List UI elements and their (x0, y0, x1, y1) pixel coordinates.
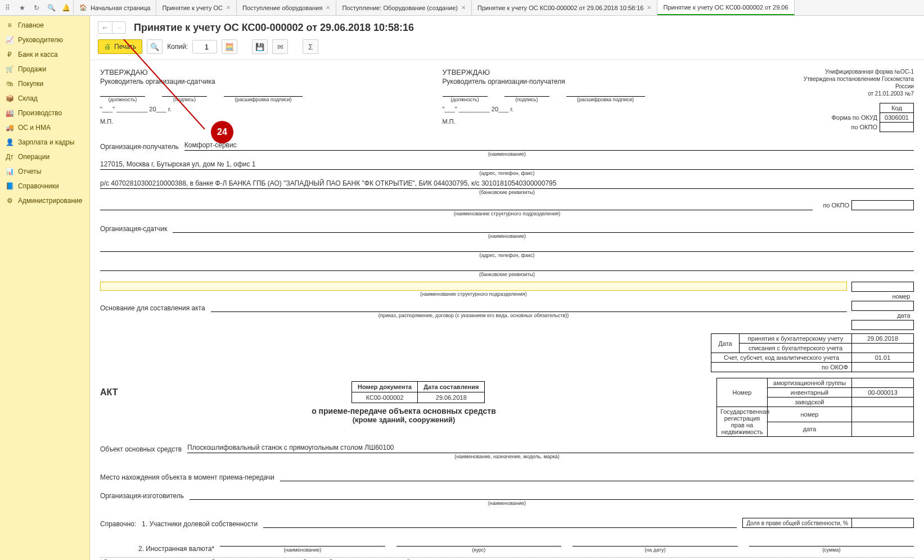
sidebar-label: Операции (18, 153, 49, 161)
sidebar-item-3[interactable]: 🛒Продажи (0, 62, 89, 76)
sidebar-icon: 🏭 (6, 109, 13, 117)
sidebar-icon: 📈 (6, 36, 13, 44)
sidebar-label: ОС и НМА (18, 124, 51, 132)
sidebar-item-11[interactable]: 📘Справочники (0, 179, 89, 193)
search-icon[interactable]: 🔍 (46, 3, 56, 13)
bell-icon[interactable]: 🔔 (61, 3, 71, 13)
sidebar-label: Зарплата и кадры (18, 138, 74, 146)
tab-2[interactable]: Поступление оборудования✕ (237, 0, 336, 15)
sum-button[interactable]: 🧮 (222, 39, 237, 54)
tab-4[interactable]: Принятие к учету ОС КС00-000002 от 29.06… (472, 0, 657, 15)
sidebar-item-4[interactable]: 🛍Покупки (0, 76, 89, 91)
star-icon[interactable]: ★ (17, 3, 27, 13)
sidebar-label: Покупки (18, 80, 43, 88)
sidebar-item-5[interactable]: 📦Склад (0, 91, 89, 106)
copies-input[interactable] (192, 40, 217, 53)
close-icon[interactable]: ✕ (647, 4, 651, 11)
approve-left-sub: Руководитель организации-сдатчика (100, 78, 420, 85)
mp-left: М.П. (100, 118, 420, 125)
footnote: * Заполняется в случае, когда стоимость … (100, 557, 914, 560)
sidebar-icon: 🚚 (6, 124, 13, 132)
tab-label: Поступление оборудования (242, 4, 322, 11)
preview-button[interactable]: 🔍 (147, 39, 163, 54)
tab-0[interactable]: 🏠Начальная страница (74, 0, 156, 15)
sidebar-label: Главное (18, 21, 44, 29)
sidebar-item-10[interactable]: 📊Отчеты (0, 164, 89, 179)
highlighted-cell[interactable] (100, 282, 847, 291)
print-form: 24 УТВЕРЖДАЮ Руководитель организации-сд… (90, 60, 924, 560)
sidebar: ≡Главное📈Руководителю₽Банк и касса🛒Прода… (0, 16, 90, 560)
sidebar-icon: 📘 (6, 182, 13, 190)
sidebar-label: Склад (18, 94, 38, 102)
sidebar-icon: 🛍 (6, 80, 13, 88)
org-receiver-value: Комфорт-сервис (184, 140, 914, 151)
sigma-button[interactable]: Σ (303, 39, 318, 54)
sidebar-label: Продажи (18, 65, 46, 73)
mp-right: М.П. (443, 118, 763, 125)
sidebar-label: Администрирование (18, 197, 82, 205)
action-bar: 🖨 Печать 🔍 Копий: 🧮 💾 ✉ Σ (90, 37, 924, 60)
system-icons: ⠿ ★ ↻ 🔍 🔔 (0, 0, 74, 15)
nomer-table: Номер амортизационной группы инвентарный… (716, 378, 914, 437)
akt-subtitle: (кроме зданий, сооружений) (100, 416, 707, 424)
tab-1[interactable]: Принятие к учету ОС✕ (156, 0, 237, 15)
sidebar-label: Руководителю (18, 36, 63, 44)
org-sender-label: Организация-сдатчик (100, 225, 167, 233)
sidebar-item-12[interactable]: ⚙Администрирование (0, 193, 89, 208)
akt-title: о приеме-передаче объекта основных средс… (100, 407, 707, 416)
history-icon[interactable]: ↻ (31, 3, 42, 13)
page-title: Принятие к учету ОС КС00-000002 от 29.06… (134, 22, 414, 34)
sidebar-label: Производство (18, 109, 62, 117)
org-receiver-label: Организация-получатель (100, 143, 179, 151)
sidebar-item-9[interactable]: ДтОперации (0, 150, 89, 164)
forward-arrow-icon[interactable]: → (112, 22, 125, 33)
sidebar-icon: ≡ (6, 21, 13, 29)
sidebar-item-8[interactable]: 👤Зарплата и кадры (0, 135, 89, 150)
bank-value: р/с 40702810300210000388, в банке Ф-Л БА… (100, 178, 914, 189)
address-value: 127015, Москва г, Бутырская ул, дом № 1,… (100, 159, 914, 170)
akt-num-table: Номер документаДата составления КС00-000… (351, 381, 485, 403)
sidebar-icon: ₽ (6, 51, 13, 58)
email-button[interactable]: ✉ (272, 39, 288, 54)
close-icon[interactable]: ✕ (226, 4, 231, 11)
sidebar-icon: 👤 (6, 138, 13, 146)
tab-label: Принятие к учету ОС КС00-000002 от 29.06… (477, 4, 643, 11)
apps-icon[interactable]: ⠿ (2, 3, 12, 13)
tab-label: Начальная страница (91, 4, 150, 11)
object-name: Плоскошлифовальный станок с прямоугольны… (187, 442, 914, 453)
sidebar-icon: ⚙ (6, 197, 13, 205)
close-icon[interactable]: ✕ (326, 4, 330, 11)
akt-label: АКТ (100, 387, 118, 398)
dates-table: Дата принятия к бухгалтерскому учету 29.… (711, 333, 914, 372)
sidebar-item-1[interactable]: 📈Руководителю (0, 33, 89, 47)
main-area: ← → Принятие к учету ОС КС00-000002 от 2… (90, 16, 924, 560)
sidebar-item-2[interactable]: ₽Банк и касса (0, 47, 89, 62)
sidebar-label: Справочники (18, 182, 59, 190)
tab-3[interactable]: Поступление: Оборудование (создание)✕ (336, 0, 472, 15)
home-icon: 🏠 (79, 4, 87, 11)
close-icon[interactable]: ✕ (461, 4, 466, 11)
printer-icon: 🖨 (104, 43, 111, 51)
sidebar-item-7[interactable]: 🚚ОС и НМА (0, 120, 89, 135)
sidebar-item-0[interactable]: ≡Главное (0, 18, 89, 33)
tab-label: Поступление: Оборудование (создание) (342, 4, 458, 11)
callout-badge: 24 (211, 121, 233, 143)
form-meta: Унифицированная форма №ОС-1 Утверждена п… (785, 68, 914, 97)
tab-5[interactable]: Принятие к учету ОС КС00-000002 от 29.06 (657, 0, 794, 15)
doc-header: ← → Принятие к учету ОС КС00-000002 от 2… (90, 16, 924, 37)
tab-bar: 🏠Начальная страницаПринятие к учету ОС✕П… (74, 0, 924, 15)
nomer-data-table: номер дата (851, 282, 914, 330)
sidebar-label: Банк и касса (18, 51, 58, 58)
sidebar-icon: 🛒 (6, 65, 13, 73)
approve-right-title: УТВЕРЖДАЮ (443, 68, 763, 76)
sidebar-label: Отчеты (18, 168, 41, 175)
sidebar-item-6[interactable]: 🏭Производство (0, 106, 89, 120)
back-arrow-icon[interactable]: ← (98, 22, 112, 33)
sidebar-icon: 📦 (6, 94, 13, 102)
save-button[interactable]: 💾 (252, 39, 268, 54)
top-toolbar: ⠿ ★ ↻ 🔍 🔔 🏠Начальная страницаПринятие к … (0, 0, 924, 16)
tab-label: Принятие к учету ОС (162, 4, 223, 11)
nav-arrows: ← → (98, 21, 126, 34)
copies-label: Копий: (167, 43, 188, 51)
code-table: Код Форма по ОКУД0306001 по ОКПО (828, 103, 914, 132)
